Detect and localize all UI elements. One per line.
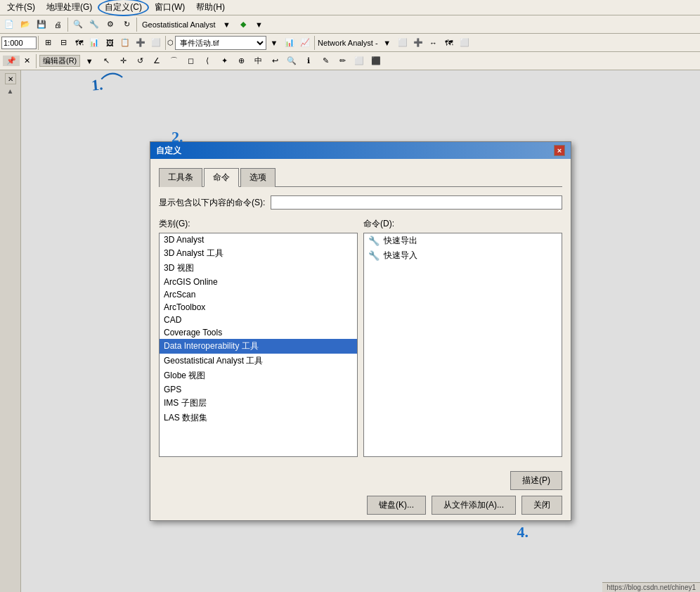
cat-item-7[interactable]: Coverage Tools bbox=[160, 326, 357, 339]
editor-edit1[interactable]: ✎ bbox=[318, 53, 333, 69]
cat-item-5[interactable]: ArcToolbox bbox=[160, 301, 357, 314]
command-list[interactable]: 🔧 快速导出 🔧 快速导入 bbox=[363, 233, 562, 457]
tab-toolbars[interactable]: 工具条 bbox=[159, 168, 202, 187]
cat-item-1[interactable]: 3D Analyst 工具 bbox=[160, 246, 357, 261]
editor-draw3[interactable]: ◻ bbox=[183, 53, 198, 69]
toolbar-map-btn8[interactable]: ⬜ bbox=[148, 35, 164, 51]
zoom-input[interactable] bbox=[1, 37, 37, 49]
editor-cursor[interactable]: ↖ bbox=[98, 53, 114, 69]
panel-close-btn[interactable]: ✕ bbox=[5, 73, 16, 84]
cat-item-8[interactable]: Data Interoperability 工具 bbox=[160, 339, 357, 354]
editor-label: 编辑器(R) bbox=[39, 55, 80, 67]
editor-edit2[interactable]: ✏ bbox=[335, 53, 350, 69]
geo-extra-btn[interactable]: ▼ bbox=[252, 17, 267, 32]
panel-close[interactable]: ✕ bbox=[21, 56, 33, 65]
toolbar-map-btn2[interactable]: ⊟ bbox=[56, 35, 71, 51]
cat-item-0[interactable]: 3D Analyst bbox=[160, 233, 357, 246]
toolbar-refresh[interactable]: ↻ bbox=[119, 17, 134, 32]
cat-item-9[interactable]: Geostatistical Analyst 工具 bbox=[160, 354, 357, 368]
describe-btn[interactable]: 描述(P) bbox=[510, 471, 562, 490]
editor-draw4[interactable]: ⟨ bbox=[200, 53, 215, 69]
toolbar-map-btn3[interactable]: 🗺 bbox=[71, 35, 86, 51]
editor-center[interactable]: 中 bbox=[250, 53, 266, 69]
layer-chart-btn[interactable]: 📈 bbox=[297, 35, 313, 51]
dialog-body: 工具条 命令 选项 显示包含以下内容的命令(S): 类别(G): bbox=[150, 159, 571, 465]
sep4 bbox=[165, 36, 166, 50]
toolbar-row-2: ⊞ ⊟ 🗺 📊 🖼 📋 ➕ ⬜ ⬡ 事件活动.tif ▼ 📊 📈 Network… bbox=[0, 34, 700, 52]
editor-move[interactable]: ✛ bbox=[115, 53, 131, 69]
toolbar-map-btn6[interactable]: 📋 bbox=[117, 35, 133, 51]
editor-rotate[interactable]: ↺ bbox=[132, 53, 148, 69]
category-panel: 类别(G): 3D Analyst 3D Analyst 工具 3D 视图 Ar… bbox=[159, 218, 358, 457]
tab-commands[interactable]: 命令 bbox=[204, 168, 239, 187]
network-btn1[interactable]: ⬜ bbox=[395, 35, 410, 51]
toolbar-map-btn7[interactable]: ➕ bbox=[133, 35, 148, 51]
cat-item-2[interactable]: 3D 视图 bbox=[160, 261, 357, 276]
toolbar-new[interactable]: 📄 bbox=[1, 17, 17, 32]
network-btn3[interactable]: ↔ bbox=[426, 35, 441, 51]
cat-item-10[interactable]: Globe 视图 bbox=[160, 368, 357, 383]
cat-item-4[interactable]: ArcScan bbox=[160, 288, 357, 301]
search-input[interactable] bbox=[271, 195, 562, 210]
tab-options[interactable]: 选项 bbox=[240, 168, 276, 187]
toolbar-map-btn4[interactable]: 📊 bbox=[86, 35, 102, 51]
cmd-icon-1: 🔧 bbox=[368, 250, 380, 262]
add-from-file-btn[interactable]: 从文件添加(A)... bbox=[432, 496, 516, 515]
cat-item-12[interactable]: IMS 子图层 bbox=[160, 396, 357, 411]
network-dropdown[interactable]: ▼ bbox=[380, 35, 395, 51]
network-btn2[interactable]: ➕ bbox=[410, 35, 426, 51]
menu-help[interactable]: 帮助(H) bbox=[190, 0, 231, 15]
network-btn5[interactable]: ⬜ bbox=[457, 35, 472, 51]
toolbar-map-btn1[interactable]: ⊞ bbox=[40, 35, 56, 51]
layer-icon-btn[interactable]: 📊 bbox=[282, 35, 297, 51]
cmd-item-1[interactable]: 🔧 快速导入 bbox=[364, 248, 562, 263]
menu-file[interactable]: 文件(S) bbox=[1, 0, 41, 15]
customize-dialog: 2. 4. 自定义 × 工具条 命令 选项 bbox=[150, 141, 571, 521]
command-panel: 命令(D): 🔧 快速导出 🔧 快速导入 bbox=[363, 218, 562, 457]
toolbar-search[interactable]: 🔍 bbox=[70, 17, 86, 32]
dialog-close-btn[interactable]: × bbox=[554, 145, 565, 156]
editor-draw6[interactable]: ⊕ bbox=[233, 53, 249, 69]
menu-geoprocessing[interactable]: 地理处理(G) bbox=[41, 0, 98, 15]
toolbar-save[interactable]: 💾 bbox=[34, 17, 49, 32]
left-panel: ✕ ▲ bbox=[0, 70, 21, 592]
menu-customize[interactable]: 自定义(C) bbox=[98, 0, 149, 16]
menu-window[interactable]: 窗口(W) bbox=[149, 0, 190, 15]
sep2 bbox=[136, 18, 137, 32]
network-btn4[interactable]: 🗺 bbox=[441, 35, 457, 51]
editor-draw1[interactable]: ∠ bbox=[149, 53, 164, 69]
layer-icon: ⬡ bbox=[167, 39, 174, 46]
annotation-4: 4. bbox=[517, 523, 529, 541]
command-panel-label: 命令(D): bbox=[363, 218, 562, 230]
editor-draw2[interactable]: ⌒ bbox=[166, 53, 181, 69]
cmd-icon-0: 🔧 bbox=[368, 236, 380, 247]
editor-info[interactable]: ℹ bbox=[301, 53, 316, 69]
cat-item-6[interactable]: CAD bbox=[160, 314, 357, 326]
cmd-item-0[interactable]: 🔧 快速导出 bbox=[364, 233, 562, 248]
editor-dropdown[interactable]: ▼ bbox=[82, 53, 97, 69]
toolbar-print[interactable]: 🖨 bbox=[50, 17, 65, 32]
toolbar-row-1: 📄 📂 💾 🖨 🔍 🔧 ⚙ ↻ Geostatistical Analyst ▼… bbox=[0, 15, 700, 34]
geo-dropdown-btn[interactable]: ▼ bbox=[219, 17, 235, 32]
editor-toolbar-row: 📌 ✕ 编辑器(R) ▼ ↖ ✛ ↺ ∠ ⌒ ◻ ⟨ ✦ ⊕ 中 ↩ 🔍 ℹ ✎… bbox=[0, 52, 700, 70]
toolbar-settings[interactable]: ⚙ bbox=[103, 17, 118, 32]
toolbar-open[interactable]: 📂 bbox=[18, 17, 33, 32]
dialog-title: 自定义 bbox=[156, 145, 181, 157]
close-btn[interactable]: 关闭 bbox=[521, 496, 562, 515]
cat-item-11[interactable]: GPS bbox=[160, 383, 357, 396]
toolbar-tools[interactable]: 🔧 bbox=[86, 17, 102, 32]
editor-undo[interactable]: ↩ bbox=[267, 53, 283, 69]
layer-selector[interactable]: 事件活动.tif bbox=[175, 36, 266, 50]
editor-draw5[interactable]: ✦ bbox=[216, 53, 232, 69]
toolbar-map-btn5[interactable]: 🖼 bbox=[102, 35, 117, 51]
editor-edit3[interactable]: ⬜ bbox=[351, 53, 367, 69]
editor-search2[interactable]: 🔍 bbox=[284, 53, 299, 69]
sep5 bbox=[314, 36, 315, 50]
editor-edit4[interactable]: ⬛ bbox=[368, 53, 384, 69]
keyboard-btn[interactable]: 键盘(K)... bbox=[367, 496, 426, 515]
cat-item-3[interactable]: ArcGIS Online bbox=[160, 276, 357, 288]
cat-item-13[interactable]: LAS 数据集 bbox=[160, 411, 357, 425]
category-list[interactable]: 3D Analyst 3D Analyst 工具 3D 视图 ArcGIS On… bbox=[159, 233, 358, 457]
geo-diamond-btn[interactable]: ◆ bbox=[235, 17, 251, 32]
layer-dropdown[interactable]: ▼ bbox=[266, 35, 282, 51]
